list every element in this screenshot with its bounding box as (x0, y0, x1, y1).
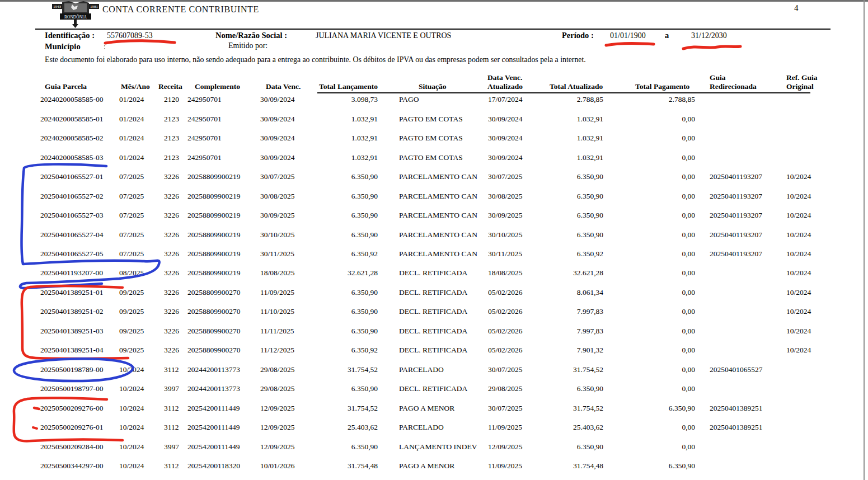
cell: 09/2025 (119, 283, 153, 302)
cell: PARCELAMENTO CAN (399, 225, 487, 244)
cell: PAGTO EM COTAS (399, 148, 487, 167)
conta-corrente-report-page: { "page": { "number": "4" }, "header": {… (0, 0, 868, 480)
cell: 8.061,34 (531, 283, 603, 302)
cell (786, 129, 825, 148)
cell: 31.754,48 (305, 457, 378, 476)
cell: PAGTO EM COTAS (399, 129, 487, 148)
disclaimer-text: Este documento foi elaborado para uso in… (45, 55, 586, 64)
cell: 20258809900219 (187, 263, 258, 283)
cell: 6.350,92 (305, 341, 378, 360)
cell: 31.754,52 (531, 360, 603, 379)
table-row: 20250500344297-0010/20243112202542001183… (0, 457, 868, 476)
column-header: Data Venc. (266, 82, 301, 91)
table-body: 20240200058585-0001/2024212024295070130/… (0, 90, 868, 476)
cell: 3112 (164, 399, 189, 418)
table-row: 20240200058585-0101/2024212324295070130/… (0, 109, 868, 128)
cell: 20254200118320 (187, 457, 258, 476)
cell: 07/2025 (119, 206, 153, 225)
table-row: 20250401389251-0409/20253226202588099002… (0, 341, 868, 360)
cell: 20250401065527-05 (40, 244, 129, 263)
page-title: CONTA CORRENTE CONTRIBUINTE (102, 4, 259, 15)
column-header: Situação (419, 82, 447, 91)
cell: 0,00 (622, 129, 695, 148)
cell: 20258809900270 (187, 302, 258, 321)
cell: 6.350,90 (531, 186, 603, 205)
red-underline-periodo-from (606, 43, 654, 45)
column-header: Ref. Guia Original (786, 73, 818, 91)
cell: 3226 (164, 302, 189, 321)
cell: 20250500209276-01 (40, 418, 129, 437)
cell: 0,00 (622, 186, 695, 205)
cell: 2123 (164, 148, 189, 167)
cell: 20250401065527-01 (40, 167, 129, 186)
cell: 20250401065527-02 (40, 186, 129, 205)
cell: 20250401389251-02 (40, 302, 129, 321)
cell: 32.621,28 (531, 263, 603, 283)
table-row: 20250401389251-0209/20253226202588099002… (0, 302, 868, 321)
cell: 242950701 (187, 90, 258, 109)
periodo-to-value: 31/12/2030 (691, 31, 727, 40)
cell: 20258809900270 (187, 341, 258, 360)
cell: 10/2024 (786, 206, 825, 225)
cell: 20254200111449 (187, 399, 258, 418)
cell (710, 109, 775, 128)
cell: 20258809900219 (187, 167, 258, 186)
cell: 32.621,28 (305, 263, 378, 283)
cell: 07/2025 (119, 244, 153, 263)
table-row: 20250401065527-0107/20253226202588099002… (0, 167, 868, 186)
cell: 1.032,91 (531, 148, 603, 167)
cell (710, 341, 775, 360)
cell: DECL. RETIFICADA (399, 379, 487, 398)
cell: 07/2025 (119, 225, 153, 244)
table-row: 20250401065527-0407/20253226202588099002… (0, 225, 868, 244)
cell: PARCELAMENTO CAN (399, 167, 487, 186)
table-row: 20250401389251-0109/20253226202588099002… (0, 283, 868, 302)
cell: 10/2024 (786, 322, 825, 341)
cell: 242950701 (187, 109, 258, 128)
cell: PAGO (399, 90, 487, 109)
cell: 20254200111449 (187, 437, 258, 456)
cell: 09/2025 (119, 302, 153, 321)
table-header: Guia ParcelaMês/AnoReceitaComplementoDat… (0, 68, 868, 91)
red-underline-identificacao (105, 41, 175, 43)
cell: 20250401193207 (710, 167, 775, 186)
cell: 1.032,91 (531, 109, 603, 128)
cell: 09/2025 (119, 322, 153, 341)
emitido-por-label: Emitido por: (228, 41, 268, 50)
logo-year-right-slot: 1981 (90, 4, 98, 9)
cell: 10/2024 (786, 244, 825, 263)
cell: 3226 (164, 225, 189, 244)
cell: 20250401065527 (710, 360, 775, 379)
cell: PARCELAMENTO CAN (399, 244, 487, 263)
table-row: 20240200058585-0201/2024212324295070130/… (0, 129, 868, 148)
cell: 20250500198789-00 (40, 360, 129, 379)
column-header: Receita (158, 82, 182, 91)
column-header: Complemento (195, 82, 240, 91)
cell: 20250401193207 (710, 225, 775, 244)
table-row: 20240200058585-0001/2024212024295070130/… (0, 90, 868, 109)
cell (786, 148, 825, 167)
cell: 3226 (164, 206, 189, 225)
cell (786, 90, 825, 109)
column-header: Total Pagamento (635, 82, 689, 91)
cell: 09/2025 (119, 341, 153, 360)
cell: 6.350,90 (305, 186, 378, 205)
cell: 3226 (164, 244, 189, 263)
cell: 2.788,85 (531, 90, 603, 109)
table-row: 20250500198797-0010/20243997202442001137… (0, 379, 868, 398)
cell: 3226 (164, 167, 189, 186)
cell: 20250500198797-00 (40, 379, 129, 398)
cell (786, 379, 825, 398)
periodo-a-label: a (665, 31, 669, 40)
cell: 7.997,83 (531, 322, 603, 341)
cell: 3226 (164, 341, 189, 360)
cell: PARCELADO (399, 360, 487, 379)
cell (710, 283, 775, 302)
cell: 6.350,90 (305, 283, 378, 302)
cell: 0,00 (622, 167, 695, 186)
cell (710, 437, 775, 456)
cell: 20250401065527-03 (40, 206, 129, 225)
cell: 0,00 (622, 263, 695, 283)
cell: 3226 (164, 263, 189, 283)
cell: 0,00 (622, 341, 695, 360)
